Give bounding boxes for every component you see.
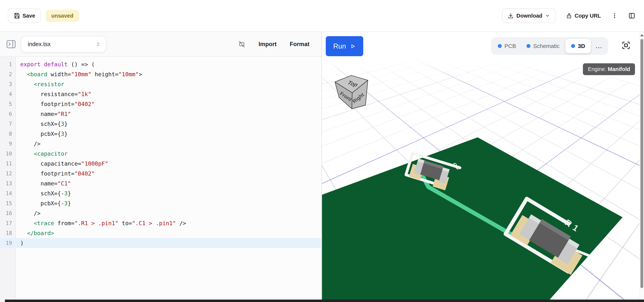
layout-panel-toggle-button[interactable]: [628, 12, 636, 19]
current-file-name: index.tsx: [28, 41, 50, 47]
panel-open-icon: [5, 38, 17, 50]
panel-layout-icon: [628, 12, 636, 19]
code-line[interactable]: 19): [0, 238, 322, 248]
scrollbar-thumb[interactable]: [640, 39, 643, 288]
line-number: 10: [0, 151, 16, 157]
download-icon: [508, 13, 514, 19]
tab-schematic[interactable]: Schematic: [521, 37, 565, 55]
code-line[interactable]: 14 schX={-3}: [0, 188, 322, 198]
line-number: 8: [0, 131, 16, 137]
line-number: 2: [0, 71, 16, 77]
fullscreen-button[interactable]: [621, 40, 631, 50]
line-number: 11: [0, 161, 16, 167]
code-line[interactable]: 15 pcbX={-3}: [0, 198, 322, 208]
save-button-label: Save: [22, 13, 35, 19]
code-line[interactable]: 5 footprint="0402": [0, 99, 322, 109]
engine-status-badge: Engine: Manifold: [583, 63, 635, 75]
copy-url-label: Copy URL: [575, 13, 601, 19]
page-scrollbar[interactable]: [640, 32, 644, 302]
share-icon: [566, 13, 572, 19]
chip-slash-icon: [238, 40, 246, 48]
code-line[interactable]: 2 <board width="10mm" height="10mm">: [0, 69, 322, 79]
tab-label: PCB: [504, 43, 516, 49]
code-line[interactable]: 7 schX={3}: [0, 119, 322, 129]
copy-url-button[interactable]: Copy URL: [566, 13, 601, 19]
save-button[interactable]: Save: [8, 8, 41, 23]
orientation-cube[interactable]: Top Front Right: [335, 75, 368, 109]
line-number: 1: [0, 61, 16, 67]
snippet-disabled-button[interactable]: [238, 40, 246, 48]
file-selector-dropdown[interactable]: index.tsx: [21, 36, 106, 52]
sidebar-expand-button[interactable]: [5, 38, 17, 50]
tab-label: 3D: [578, 43, 585, 49]
code-line[interactable]: 1export default () => (: [0, 59, 322, 69]
more-views-button[interactable]: ...: [592, 42, 607, 50]
engine-label: Engine:: [588, 66, 606, 72]
line-number: 7: [0, 121, 16, 127]
code-line[interactable]: 16 />: [0, 208, 322, 218]
code-line[interactable]: 11 capacitance="1000pF": [0, 159, 322, 169]
unsaved-status-badge: unsaved: [46, 10, 79, 22]
download-button-label: Download: [516, 13, 542, 19]
code-line[interactable]: 8 pcbX={3}: [0, 129, 322, 139]
code-line[interactable]: 17 <trace from=".R1 > .pin1" to=".C1 > .…: [0, 218, 322, 228]
line-number: 12: [0, 170, 16, 177]
code-line[interactable]: 10 <capacitor: [0, 149, 322, 159]
line-number: 15: [0, 200, 16, 206]
preview-panel-3d[interactable]: C1 R1: [322, 32, 640, 302]
top-toolbar: Save unsaved Download: [0, 0, 644, 32]
code-editor-panel: index.tsx Import Format: [0, 32, 322, 302]
code-line[interactable]: 13 name="C1": [0, 179, 322, 188]
kebab-menu-button[interactable]: [612, 12, 618, 19]
tab-dot-icon: [526, 44, 530, 48]
tab-label: Schematic: [533, 43, 560, 49]
code-line[interactable]: 3 <resistor: [0, 79, 322, 89]
code-line[interactable]: 18 </board>: [0, 228, 322, 238]
tab-3d[interactable]: 3D: [566, 39, 590, 53]
code-area[interactable]: 1export default () => (2 <board width="1…: [0, 57, 322, 302]
editor-header: index.tsx Import Format: [0, 32, 322, 57]
select-updown-icon: [96, 41, 101, 47]
run-button-label: Run: [333, 42, 346, 50]
bottom-window-edge: [5, 300, 644, 302]
line-number: 18: [0, 230, 16, 236]
code-line[interactable]: 6 name="R1": [0, 109, 322, 119]
line-number: 14: [0, 190, 16, 197]
line-number: 19: [0, 240, 16, 246]
app-window: Save unsaved Download: [0, 0, 644, 302]
pcb-board: [322, 137, 623, 302]
tab-dot-icon: [498, 44, 502, 48]
view-tab-group: PCBSchematic3D ...: [491, 37, 608, 55]
format-button[interactable]: Format: [290, 41, 310, 47]
fullscreen-icon: [621, 40, 631, 50]
line-number: 3: [0, 81, 16, 87]
code-line[interactable]: 4 resistance="1k": [0, 89, 322, 99]
engine-value: Manifold: [608, 66, 630, 72]
download-button[interactable]: Download: [502, 8, 556, 23]
tab-pcb[interactable]: PCB: [492, 37, 522, 55]
kebab-menu-icon: [612, 12, 618, 19]
play-icon: [350, 43, 356, 49]
run-button[interactable]: Run: [326, 36, 363, 56]
line-number: 5: [0, 101, 16, 107]
line-number: 17: [0, 220, 16, 226]
code-line[interactable]: 12 footprint="0402": [0, 169, 322, 179]
scrollbar-up-arrow-icon[interactable]: [640, 34, 644, 36]
chevron-down-icon: [545, 13, 550, 18]
tab-dot-icon: [571, 44, 575, 48]
code-line[interactable]: 9 />: [0, 139, 322, 149]
view-tabs: PCBSchematic3D: [492, 37, 592, 55]
save-floppy-icon: [14, 12, 20, 19]
line-number: 9: [0, 141, 16, 147]
line-number: 16: [0, 210, 16, 216]
line-number: 13: [0, 180, 16, 187]
line-number: 6: [0, 111, 16, 117]
import-button[interactable]: Import: [258, 41, 276, 47]
code-lines: 1export default () => (2 <board width="1…: [0, 57, 322, 248]
line-number: 4: [0, 91, 16, 97]
